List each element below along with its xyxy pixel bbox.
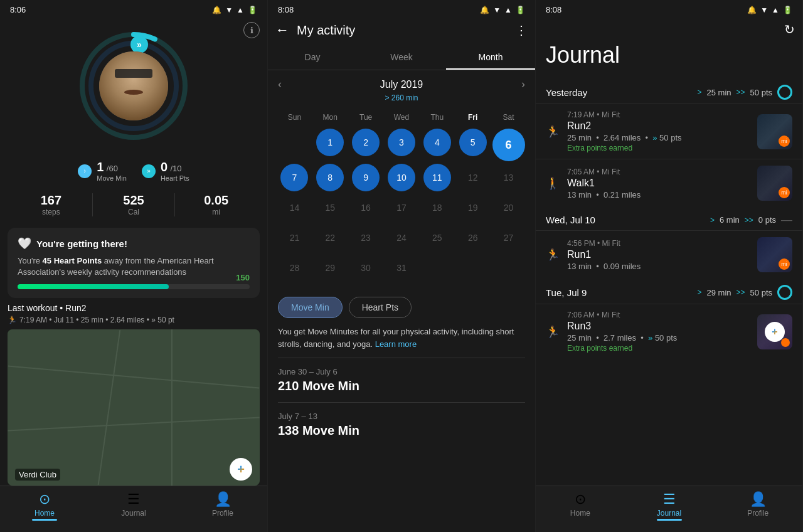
activity-run2[interactable]: 🏃 7:19 AM • Mi Fit Run2 25 min • 2.64 mi… — [536, 104, 802, 159]
wed-label: Wed, Jul 10 — [546, 215, 595, 225]
activity-run3[interactable]: 🏃 7:06 AM • Mi Fit Run3 25 min • 2.7 mil… — [536, 304, 802, 359]
tab-day[interactable]: Day — [268, 46, 357, 70]
cal-day-30[interactable]: 30 — [352, 254, 380, 282]
cal-day-20[interactable]: 20 — [495, 194, 523, 221]
map-background — [8, 329, 260, 486]
cal-empty-33 — [459, 254, 487, 282]
cal-day-15[interactable]: 15 — [316, 194, 344, 221]
cal-day-23[interactable]: 23 — [352, 224, 380, 252]
cal-day-29[interactable]: 29 — [316, 254, 344, 282]
profile-icon: 👤 — [215, 491, 231, 508]
run2-extra: Extra points earned — [567, 144, 750, 152]
move-min-filter[interactable]: Move Min — [278, 297, 343, 318]
move-min-stat[interactable]: › 1 /60 Move Min — [78, 160, 127, 182]
cal-day-27[interactable]: 27 — [495, 224, 523, 252]
cal-day-9[interactable]: 9 — [352, 164, 380, 191]
run2-thumbnail: mi — [757, 114, 792, 149]
home-label: Home — [35, 509, 55, 518]
activity-walk1[interactable]: 🚶 7:05 AM • Mi Fit Walk1 13 min • 0.21 m… — [536, 159, 802, 207]
tab-month[interactable]: Month — [446, 46, 535, 70]
cal-day-13[interactable]: 13 — [495, 164, 523, 191]
map-preview[interactable]: Verdi Club + — [8, 329, 260, 486]
cal-day-3[interactable]: 3 — [388, 129, 415, 156]
run3-extra: Extra points earned — [567, 344, 750, 353]
steps-metric: 167 steps — [10, 193, 93, 216]
yesterday-stats: > 25 min >> 50 pts — [698, 85, 792, 100]
cal-day-5[interactable]: 5 — [459, 129, 487, 156]
distance-metric: 0.05 mi — [175, 193, 257, 216]
tue-stats: > 29 min >> 50 pts — [698, 285, 792, 300]
alarm-icon-2: 🔔 — [480, 6, 489, 14]
tab-week[interactable]: Week — [357, 46, 446, 70]
cal-day-8[interactable]: 8 — [316, 164, 344, 191]
cal-day-28[interactable]: 28 — [280, 254, 308, 282]
nav-home[interactable]: ⊙ Home — [0, 491, 89, 522]
heart-pts-filter[interactable]: Heart Pts — [349, 297, 412, 318]
map-fab-button[interactable]: + — [230, 458, 252, 481]
cal-day-24[interactable]: 24 — [388, 224, 415, 252]
progress-bar-container: 150 — [18, 284, 250, 289]
cal-day-19[interactable]: 19 — [459, 194, 487, 221]
nav-journal[interactable]: ☰ Journal — [89, 491, 178, 522]
signal-icon: ▲ — [237, 6, 244, 14]
heart-pts-stat[interactable]: » 0 /10 Heart Pts — [142, 160, 189, 182]
back-button[interactable]: ← — [275, 22, 289, 38]
cal-day-31[interactable]: 31 — [388, 254, 415, 282]
cal-day-21[interactable]: 21 — [280, 224, 308, 252]
wed-pts: 0 pts — [758, 215, 776, 225]
run2-meta: 25 min • 2.64 miles • » 50 pts — [567, 133, 750, 142]
journal-label-3: Journal — [657, 509, 681, 518]
cal-day-1[interactable]: 1 — [316, 129, 344, 156]
last-workout-section[interactable]: Last workout • Run2 🏃 7:19 AM • Jul 11 •… — [8, 303, 260, 324]
tue-move-chevron: > — [698, 288, 702, 297]
battery-icon-3: 🔋 — [783, 6, 792, 14]
home-icon-3: ⊙ — [575, 491, 586, 508]
cal-day-22[interactable]: 22 — [316, 224, 344, 252]
more-button[interactable]: ⋮ — [515, 23, 528, 38]
nav-home-3[interactable]: ⊙ Home — [536, 491, 625, 522]
move-min-value: 1 /60 Move Min — [97, 160, 127, 182]
cal-day-18[interactable]: 18 — [423, 194, 451, 221]
cal-day-14[interactable]: 14 — [280, 194, 308, 221]
cal-day-12[interactable]: 12 — [459, 164, 487, 191]
nav-journal-3[interactable]: ☰ Journal — [625, 491, 714, 522]
heart-logo-icon: 🤍 — [18, 237, 31, 250]
cal-day-4[interactable]: 4 — [423, 129, 451, 156]
walk1-name: Walk1 — [567, 178, 750, 189]
cal-day-11[interactable]: 11 — [423, 164, 451, 191]
nav-profile-3[interactable]: 👤 Profile — [713, 491, 802, 522]
cal-day-16[interactable]: 16 — [352, 194, 380, 221]
tue-pts-chevron: >> — [737, 288, 745, 297]
run1-info: 4:56 PM • Mi Fit Run1 13 min • 0.09 mile… — [567, 239, 750, 271]
week-value-2: 138 Move Min — [278, 423, 525, 438]
info-button[interactable]: ℹ — [243, 22, 260, 38]
journal-title: Journal — [536, 40, 802, 78]
cal-day-2[interactable]: 2 — [352, 129, 380, 156]
cal-day-25[interactable]: 25 — [423, 224, 451, 252]
run3-fab[interactable]: + — [765, 322, 785, 342]
nav-profile[interactable]: 👤 Profile — [178, 491, 267, 522]
refresh-button[interactable]: ↻ — [784, 22, 795, 37]
time-1: 8:06 — [10, 5, 26, 14]
activity-rings: » › — [77, 29, 190, 142]
run3-thumbnail: + — [757, 314, 792, 349]
tue-label: Tue, Jul 9 — [546, 287, 587, 298]
run1-activity-icon: 🏃 — [546, 248, 560, 262]
run2-time: 7:19 AM • Mi Fit — [567, 110, 750, 119]
cal-day-7[interactable]: 7 — [280, 164, 308, 191]
run1-meta: 13 min • 0.09 miles — [567, 262, 750, 271]
day-header-thu: Thu — [423, 109, 451, 126]
user-avatar[interactable] — [99, 51, 168, 120]
last-workout-title: Last workout • Run2 — [8, 303, 260, 313]
home-content: ℹ » › › 1 /60 — [0, 17, 267, 486]
day-header-wed: Wed — [388, 109, 415, 126]
learn-more-link[interactable]: Learn more — [375, 339, 417, 349]
activity-run1[interactable]: 🏃 4:56 PM • Mi Fit Run1 13 min • 0.09 mi… — [536, 230, 802, 279]
cal-day-6[interactable]: 6 — [492, 129, 525, 161]
cal-day-26[interactable]: 26 — [459, 224, 487, 252]
last-workout-meta: 🏃 7:19 AM • Jul 11 • 25 min • 2.64 miles… — [8, 316, 260, 324]
cal-day-17[interactable]: 17 — [388, 194, 415, 221]
yesterday-pts: 50 pts — [750, 88, 772, 97]
cal-day-10[interactable]: 10 — [388, 164, 415, 191]
next-month-button[interactable]: › — [521, 78, 525, 91]
